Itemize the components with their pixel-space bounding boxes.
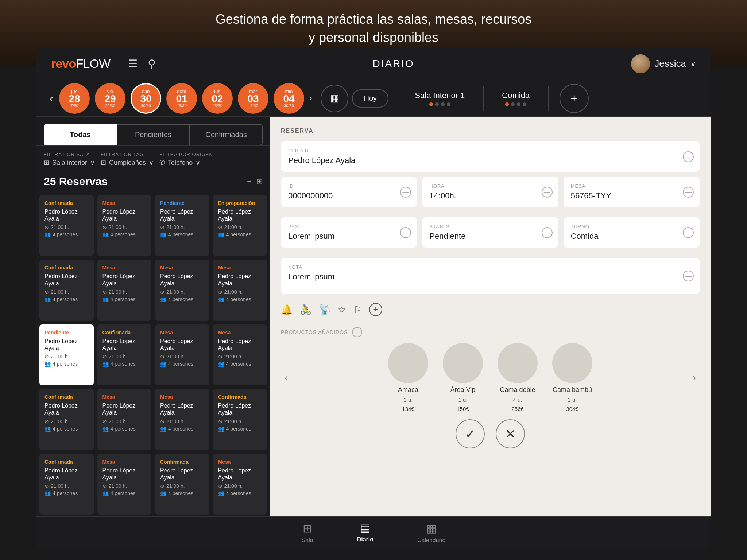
filter-tag-select[interactable]: ⊡ Cumpleaños ∨ xyxy=(101,159,154,167)
tagline-line2: y personal disponibles xyxy=(73,28,674,47)
header-user[interactable]: Jessica ∨ xyxy=(631,54,696,73)
header-title: DIARIO xyxy=(156,58,631,70)
nota-minus-button[interactable]: — xyxy=(683,271,694,281)
filter-tag-value: Cumpleaños xyxy=(109,159,146,167)
product-item[interactable]: Cama doble 4 u. 256€ xyxy=(494,343,541,412)
reservation-card[interactable]: Confirmada Pedro López Ayala ⊙ 21:00 h. … xyxy=(155,454,209,515)
date-item-6[interactable]: mié 04 30/30 xyxy=(274,83,304,114)
clock-icon: ⊙ xyxy=(44,419,49,424)
date-item-5[interactable]: mar 03 15/30 xyxy=(238,83,268,114)
search-icon[interactable]: ⚲ xyxy=(148,57,156,70)
mesa-minus-button[interactable]: — xyxy=(683,187,694,198)
bike-icon[interactable]: 🚴 xyxy=(300,304,311,315)
clock-icon: ⊙ xyxy=(218,419,222,424)
star-icon[interactable]: ☆ xyxy=(338,304,346,315)
calendar-picker-button[interactable]: ▦ xyxy=(321,85,348,112)
reservation-card[interactable]: Mesa Pedro López Ayala ⊙ 21:00 h. 👥 4 pe… xyxy=(155,389,209,450)
reservation-card[interactable]: Confirmada Pedro López Ayala ⊙ 21:00 h. … xyxy=(39,260,94,320)
persons-icon: 👥 xyxy=(160,232,166,237)
reservation-card[interactable]: Confirmada Pedro López Ayala ⊙ 21:00 h. … xyxy=(39,454,94,515)
reservation-card[interactable]: Mesa Pedro López Ayala ⊙ 21:00 h. 👥 4 pe… xyxy=(213,260,267,320)
res-status-label: Confirmada xyxy=(44,265,89,271)
reservation-card[interactable]: Confirmada Pedro López Ayala ⊙ 21:00 h. … xyxy=(97,324,152,385)
reservation-card[interactable]: Mesa Pedro López Ayala ⊙ 21:00 h. 👥 4 pe… xyxy=(155,260,209,320)
reservation-card[interactable]: Mesa Pedro López Ayala ⊙ 21:00 h. 👥 4 pe… xyxy=(155,324,209,385)
reservation-card[interactable]: Mesa Pedro López Ayala ⊙ 21:00 h. 👥 4 pe… xyxy=(213,454,267,515)
cancel-button[interactable]: ✕ xyxy=(496,419,525,448)
date-item-3[interactable]: dom 01 15/30 xyxy=(166,83,197,114)
wifi-icon[interactable]: 📡 xyxy=(319,304,330,315)
hora-value[interactable]: 14:00h. xyxy=(429,191,551,201)
reservation-card[interactable]: Confirmada Pedro López Ayala ⊙ 21:00 h. … xyxy=(39,389,94,450)
tab-confirmadas[interactable]: Confirmadas xyxy=(190,124,263,145)
reservation-card[interactable]: Mesa Pedro López Ayala ⊙ 21:00 h. 👥 4 pe… xyxy=(97,389,152,450)
reservation-card[interactable]: Mesa Pedro López Ayala ⊙ 21:00 h. 👥 4 pe… xyxy=(97,260,152,320)
menu-icon[interactable]: ☰ xyxy=(128,58,138,70)
bell-icon[interactable]: 🔔 xyxy=(281,304,293,315)
nota-value[interactable]: Lorem ipsum xyxy=(288,272,692,281)
reservation-card[interactable]: En preparación Pedro López Ayala ⊙ 21:00… xyxy=(213,195,267,256)
pin-icon[interactable]: ⚐ xyxy=(353,304,362,315)
date-count-label: 15/30 xyxy=(248,104,258,108)
tab-pendientes[interactable]: Pendientes xyxy=(117,124,190,145)
reservation-card[interactable]: Mesa Pedro López Ayala ⊙ 21:00 h. 👥 4 pe… xyxy=(213,324,267,385)
confirm-button[interactable]: ✓ xyxy=(456,419,485,448)
reservation-card[interactable]: Confirmada Pedro López Ayala ⊙ 21:00 h. … xyxy=(39,195,94,256)
prev-date-button[interactable]: ‹ xyxy=(44,89,59,108)
add-reservation-button[interactable]: + xyxy=(560,84,589,113)
product-item[interactable]: Área Vip 1 u. 150€ xyxy=(439,343,487,412)
persons-icon: 👥 xyxy=(44,426,51,432)
turno-minus-button[interactable]: — xyxy=(683,227,694,238)
res-persons-label: 👥 4 persones xyxy=(102,296,147,302)
nav-item-diario[interactable]: ▤ Diario xyxy=(335,518,395,548)
clock-icon: ⊙ xyxy=(102,224,107,230)
nav-item-sala[interactable]: ⊞ Sala xyxy=(280,518,335,547)
products-minus-button[interactable]: — xyxy=(352,327,362,337)
hora-minus-button[interactable]: — xyxy=(542,187,553,198)
reservation-card[interactable]: Pendiente Pedro López Ayala ⊙ 21:00 h. 👥… xyxy=(155,195,209,256)
add-action-button[interactable]: + xyxy=(369,303,382,316)
product-item[interactable]: Amaca 2 u. 134€ xyxy=(384,343,432,412)
room-1-filter[interactable]: Sala Interior 1 xyxy=(404,91,476,106)
grid-view-button[interactable]: ⊞ xyxy=(256,177,263,186)
date-item-0[interactable]: jue 28 7/30 xyxy=(59,83,90,114)
status-value[interactable]: Pendiente xyxy=(429,232,551,241)
res-name-label: Pedro López Ayala xyxy=(102,467,147,481)
product-qty-label: 4 u. xyxy=(513,397,522,403)
list-view-button[interactable]: ≡ xyxy=(247,177,252,186)
persons-icon: 👥 xyxy=(218,361,224,367)
id-value[interactable]: 0000000000 xyxy=(288,191,410,201)
nav-item-calendario[interactable]: ▦ Calendario xyxy=(395,518,467,547)
pax-minus-button[interactable]: — xyxy=(400,227,411,238)
carousel-prev-button[interactable]: ‹ xyxy=(281,368,291,387)
id-minus-button[interactable]: — xyxy=(400,187,411,198)
today-button[interactable]: Hoy xyxy=(352,89,388,108)
persons-icon: 👥 xyxy=(218,296,224,302)
res-time-label: ⊙ 21:00 h. xyxy=(102,354,147,359)
next-dates-button[interactable]: › xyxy=(304,90,317,107)
filter-sala-select[interactable]: ⊞ Sala interior ∨ xyxy=(44,159,95,167)
date-item-1[interactable]: vie 29 20/30 xyxy=(95,83,125,114)
tab-todas[interactable]: Todas xyxy=(44,124,117,145)
hora-field: HORA 14:00h. — xyxy=(422,177,558,207)
reservation-card[interactable]: Mesa Pedro López Ayala ⊙ 21:00 h. 👥 4 pe… xyxy=(97,195,152,256)
reservation-card[interactable]: Mesa Pedro López Ayala ⊙ 21:00 h. 👥 4 pe… xyxy=(97,454,152,515)
persons-icon: 👥 xyxy=(160,361,166,367)
room-2-filter[interactable]: Comida xyxy=(491,91,541,106)
date-item-4[interactable]: lun 02 25/30 xyxy=(202,83,233,114)
products-carousel: ‹ Amaca 2 u. 134€ Área Vip 1 u. 150€ Cam… xyxy=(281,343,700,412)
reservation-card[interactable]: Pendiente Pedro López Ayala ⊙ 21:00 h. 👥… xyxy=(39,324,94,385)
pax-value[interactable]: Lorem ipsum xyxy=(288,232,410,241)
carousel-next-button[interactable]: › xyxy=(689,368,700,387)
cliente-value[interactable]: Pedro López Ayala xyxy=(288,156,692,165)
cliente-minus-button[interactable]: — xyxy=(683,151,694,162)
reservation-card[interactable]: Confirmada Pedro López Ayala ⊙ 21:00 h. … xyxy=(213,389,267,450)
filter-origen-select[interactable]: ✆ Teléfono ∨ xyxy=(159,159,213,167)
status-minus-button[interactable]: — xyxy=(542,227,553,238)
mesa-value[interactable]: 56765-TYY xyxy=(571,191,692,201)
res-name-label: Pedro López Ayala xyxy=(160,402,204,416)
turno-value[interactable]: Comida xyxy=(571,232,692,241)
product-item[interactable]: Cama bambú 2 u. 304€ xyxy=(549,343,596,412)
date-item-2[interactable]: sáb 30 30/30 xyxy=(131,83,161,114)
filters-bar: FILTRA POR SALA ⊞ Sala interior ∨ FILTRA… xyxy=(36,146,270,172)
